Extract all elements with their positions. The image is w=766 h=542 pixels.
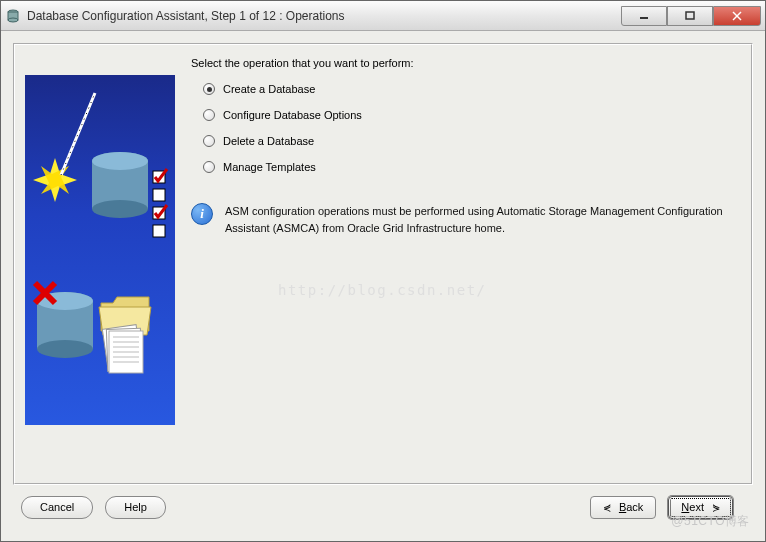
- svg-rect-18: [153, 225, 165, 237]
- close-button[interactable]: [713, 6, 761, 26]
- radio-label: Delete a Database: [223, 135, 314, 147]
- radio-icon: [203, 135, 215, 147]
- arrow-left-icon: ⋞: [603, 502, 611, 513]
- radio-label: Configure Database Options: [223, 109, 362, 121]
- cancel-button[interactable]: Cancel: [21, 496, 93, 519]
- info-message: i ASM configuration operations must be p…: [191, 203, 735, 236]
- svg-point-21: [37, 340, 93, 358]
- titlebar[interactable]: Database Configuration Assistant, Step 1…: [1, 1, 765, 31]
- dbca-window: Database Configuration Assistant, Step 1…: [0, 0, 766, 542]
- back-button[interactable]: ⋞ Back: [590, 496, 656, 519]
- option-delete-database[interactable]: Delete a Database: [203, 135, 735, 147]
- window-title: Database Configuration Assistant, Step 1…: [27, 9, 621, 23]
- option-manage-templates[interactable]: Manage Templates: [203, 161, 735, 173]
- radio-icon: [203, 109, 215, 121]
- app-icon: [5, 8, 21, 24]
- svg-rect-16: [153, 189, 165, 201]
- url-watermark: http://blog.csdn.net/: [278, 282, 487, 298]
- info-text: ASM configuration operations must be per…: [225, 203, 735, 236]
- radio-label: Manage Templates: [223, 161, 316, 173]
- option-create-database[interactable]: Create a Database: [203, 83, 735, 95]
- minimize-button[interactable]: [621, 6, 667, 26]
- svg-rect-4: [686, 12, 694, 19]
- svg-point-14: [92, 152, 148, 170]
- option-configure-database[interactable]: Configure Database Options: [203, 109, 735, 121]
- wizard-button-bar: Cancel Help ⋞ Back Next ⋟: [13, 485, 753, 529]
- svg-point-13: [92, 200, 148, 218]
- maximize-button[interactable]: [667, 6, 713, 26]
- wizard-sidebar-image: [25, 75, 175, 425]
- radio-icon: [203, 161, 215, 173]
- operation-prompt: Select the operation that you want to pe…: [191, 57, 735, 69]
- svg-line-9: [61, 93, 95, 175]
- svg-point-2: [8, 18, 18, 22]
- radio-icon: [203, 83, 215, 95]
- info-icon: i: [191, 203, 213, 225]
- operation-options: Create a Database Configure Database Opt…: [203, 83, 735, 173]
- watermark: @51CTO博客: [671, 513, 750, 530]
- arrow-right-icon: ⋟: [712, 502, 720, 513]
- main-panel: Select the operation that you want to pe…: [13, 43, 753, 485]
- window-controls: [621, 6, 761, 26]
- step-content: Select the operation that you want to pe…: [185, 55, 741, 473]
- help-button[interactable]: Help: [105, 496, 166, 519]
- radio-label: Create a Database: [223, 83, 315, 95]
